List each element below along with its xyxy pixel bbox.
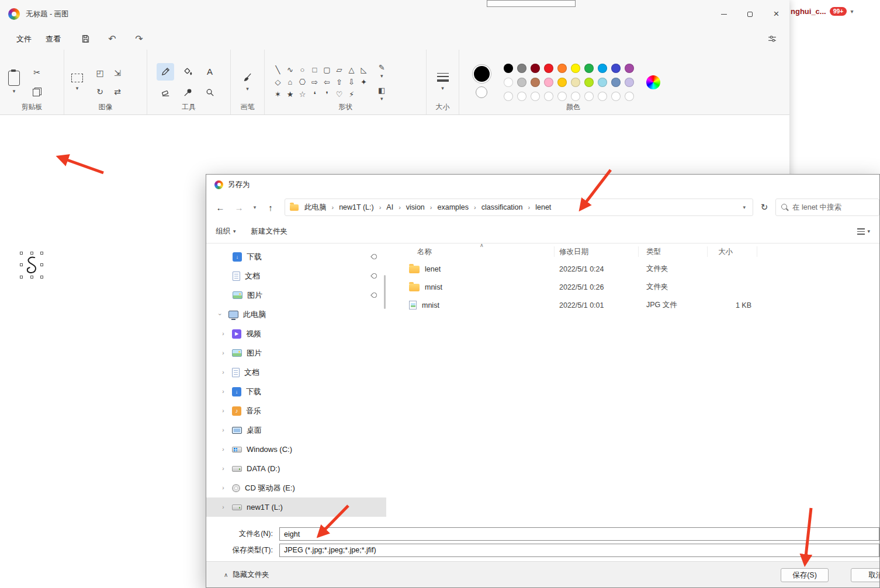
sidebar-quick-item[interactable]: 图片 bbox=[206, 286, 386, 305]
shape-tool[interactable]: ❜ bbox=[321, 88, 333, 100]
shape-tool[interactable]: ☆ bbox=[296, 88, 309, 100]
shape-outline-button[interactable]: ✎▾ bbox=[378, 63, 385, 79]
cancel-button[interactable]: 取消 bbox=[851, 568, 880, 582]
palette-swatch[interactable] bbox=[584, 64, 594, 73]
shape-tool[interactable]: ⇧ bbox=[333, 76, 345, 88]
selection-handle[interactable] bbox=[40, 252, 43, 255]
chevron-collapsed-icon[interactable]: › bbox=[219, 504, 227, 510]
sidebar-tree-item[interactable]: ›桌面 bbox=[206, 420, 386, 440]
pencil-tool[interactable] bbox=[157, 63, 174, 81]
copy-button[interactable] bbox=[30, 86, 43, 99]
palette-swatch[interactable] bbox=[625, 78, 634, 87]
undo-icon[interactable]: ↶ bbox=[103, 33, 122, 44]
close-button[interactable]: × bbox=[763, 0, 789, 28]
palette-empty-swatch[interactable] bbox=[571, 92, 580, 101]
maximize-button[interactable] bbox=[737, 0, 763, 28]
address-bar[interactable]: 此电脑›new1T (L:)›AI›vision›examples›classi… bbox=[285, 199, 753, 216]
palette-swatch[interactable] bbox=[571, 64, 580, 73]
color-picker-tool[interactable] bbox=[179, 84, 196, 102]
shape-tool[interactable]: ⚡ bbox=[345, 88, 358, 100]
sidebar-tree-item[interactable]: ›图片 bbox=[206, 343, 386, 363]
palette-swatch[interactable] bbox=[517, 64, 526, 73]
flip-button[interactable]: ⇄ bbox=[114, 87, 121, 96]
redo-icon[interactable]: ↷ bbox=[130, 33, 148, 44]
shape-tool[interactable]: ◺ bbox=[358, 64, 370, 76]
up-button[interactable]: ↑ bbox=[262, 199, 279, 215]
palette-empty-swatch[interactable] bbox=[517, 92, 526, 101]
paste-button[interactable]: ▾ bbox=[8, 71, 20, 94]
menu-view[interactable]: 查看 bbox=[39, 31, 68, 47]
shape-tool[interactable]: ▱ bbox=[333, 64, 345, 76]
sidebar-tree-item[interactable]: ›文档 bbox=[206, 363, 386, 382]
menu-file[interactable]: 文件 bbox=[9, 31, 39, 47]
history-dropdown-icon[interactable]: ▾ bbox=[250, 199, 260, 215]
file-row[interactable]: mnist2022/5/1 0:26文件夹 bbox=[386, 278, 880, 296]
chevron-collapsed-icon[interactable]: › bbox=[219, 465, 227, 472]
palette-swatch[interactable] bbox=[598, 64, 607, 73]
shape-tool[interactable]: ✶ bbox=[272, 88, 284, 100]
sidebar-quick-item[interactable]: ↓下载 bbox=[206, 247, 386, 266]
palette-empty-swatch[interactable] bbox=[504, 92, 513, 101]
selection-handle[interactable] bbox=[40, 263, 43, 266]
palette-empty-swatch[interactable] bbox=[598, 92, 607, 101]
canvas-selection[interactable] bbox=[21, 253, 42, 277]
back-button[interactable]: ← bbox=[212, 199, 228, 215]
account-area[interactable]: nghui_c... 99+ ▾ bbox=[786, 0, 880, 16]
palette-swatch[interactable] bbox=[504, 64, 513, 73]
palette-swatch[interactable] bbox=[531, 78, 540, 87]
palette-swatch[interactable] bbox=[517, 78, 526, 87]
breadcrumb-item[interactable]: new1T (L:) bbox=[338, 203, 375, 211]
file-row[interactable]: mnist2022/5/1 0:01JPG 文件1 KB bbox=[386, 296, 880, 314]
filename-input[interactable] bbox=[279, 527, 879, 541]
selection-handle[interactable] bbox=[20, 276, 23, 279]
search-box[interactable] bbox=[775, 199, 879, 216]
refresh-icon[interactable]: ↻ bbox=[756, 199, 773, 215]
palette-empty-swatch[interactable] bbox=[531, 92, 540, 101]
chevron-expanded-icon[interactable]: › bbox=[217, 311, 223, 319]
breadcrumb-item[interactable]: vision bbox=[405, 203, 426, 211]
breadcrumb-item[interactable]: lenet bbox=[534, 203, 552, 211]
header-type[interactable]: 类型 bbox=[639, 246, 708, 257]
shape-tool[interactable]: ◇ bbox=[272, 76, 284, 88]
breadcrumb-item[interactable]: AI bbox=[385, 203, 394, 211]
breadcrumb-item[interactable]: classification bbox=[480, 203, 524, 211]
palette-empty-swatch[interactable] bbox=[544, 92, 553, 101]
select-button[interactable]: ▾ bbox=[71, 74, 83, 91]
header-date-modified[interactable]: 修改日期 bbox=[555, 246, 639, 257]
breadcrumb-item[interactable]: examples bbox=[436, 203, 470, 211]
palette-swatch[interactable] bbox=[611, 78, 621, 87]
sidebar-tree-item[interactable]: ›new1T (L:) bbox=[206, 497, 386, 517]
chevron-collapsed-icon[interactable]: › bbox=[219, 408, 227, 414]
magnifier-tool[interactable] bbox=[201, 84, 219, 102]
selection-handle[interactable] bbox=[20, 252, 23, 255]
hide-folders-button[interactable]: ∧ 隐藏文件夹 bbox=[224, 570, 269, 580]
palette-empty-swatch[interactable] bbox=[584, 92, 594, 101]
selection-handle[interactable] bbox=[40, 276, 43, 279]
crop-button[interactable]: ◰ bbox=[96, 68, 103, 78]
shape-fill-button[interactable]: ◧▾ bbox=[378, 86, 385, 102]
palette-swatch[interactable] bbox=[598, 78, 607, 87]
settings-icon[interactable] bbox=[763, 34, 781, 44]
palette-swatch[interactable] bbox=[544, 64, 553, 73]
sidebar-tree-item[interactable]: ›▶视频 bbox=[206, 324, 386, 343]
text-tool[interactable]: A bbox=[201, 63, 219, 81]
palette-swatch[interactable] bbox=[571, 78, 580, 87]
shape-tool[interactable]: ⌂ bbox=[284, 76, 296, 88]
minimize-button[interactable] bbox=[711, 0, 737, 28]
chevron-collapsed-icon[interactable]: › bbox=[219, 350, 227, 356]
resize-button[interactable]: ⇲ bbox=[114, 68, 121, 78]
file-row[interactable]: lenet2022/5/1 0:24文件夹 bbox=[386, 260, 880, 278]
sidebar-tree-item[interactable]: ›DATA (D:) bbox=[206, 459, 386, 478]
selection-handle[interactable] bbox=[20, 263, 23, 266]
sidebar-tree-item[interactable]: ›↓下载 bbox=[206, 382, 386, 401]
cut-button[interactable]: ✂ bbox=[30, 66, 43, 79]
chevron-collapsed-icon[interactable]: › bbox=[219, 388, 227, 395]
new-folder-button[interactable]: 新建文件夹 bbox=[251, 227, 288, 236]
breadcrumb-item[interactable]: 此电脑 bbox=[303, 203, 328, 213]
search-input[interactable] bbox=[792, 203, 862, 211]
palette-empty-swatch[interactable] bbox=[625, 92, 634, 101]
shape-tool[interactable]: ⎔ bbox=[296, 76, 309, 88]
sidebar-item-this-pc[interactable]: ›此电脑 bbox=[206, 305, 386, 324]
chevron-collapsed-icon[interactable]: › bbox=[219, 446, 227, 453]
palette-swatch[interactable] bbox=[544, 78, 553, 87]
